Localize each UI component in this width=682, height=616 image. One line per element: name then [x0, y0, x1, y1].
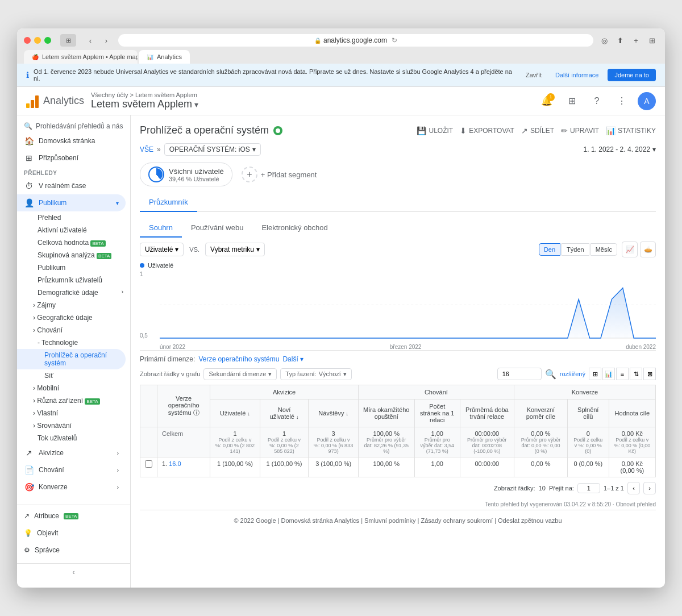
sidebar-sub-prehled[interactable]: Přehled	[17, 211, 130, 224]
sidebar-sub-publikum[interactable]: Publikum	[17, 261, 130, 274]
primary-dim-value[interactable]: Verze operačního systému	[198, 355, 279, 363]
secondary-dim-dropdown[interactable]: Sekundární dimenze ▾	[203, 368, 277, 380]
th-users[interactable]: Uživatelé ↓	[210, 399, 260, 427]
sidebar-item-realtime[interactable]: ⏱ V reálném čase	[17, 177, 126, 194]
sidebar-sub-aktivni[interactable]: Aktivní uživatelé	[17, 224, 130, 236]
row-checkbox-input[interactable]	[145, 460, 152, 468]
sidebar-sub-chovani[interactable]: › Chování	[17, 324, 130, 336]
th-new-users[interactable]: Noví uživatelé ↓	[260, 399, 309, 427]
chart-view-button[interactable]: 📊	[602, 368, 615, 380]
compare-metric-dropdown[interactable]: Vybrat metriku ▾	[205, 243, 265, 256]
subtab-souhrn[interactable]: Souhrn	[140, 219, 182, 238]
sidebar-item-akvizice[interactable]: ↗ Akvizice ›	[17, 444, 126, 461]
sort-view-button[interactable]: ⇅	[630, 368, 642, 380]
sidebar-sub-ruzna[interactable]: › Různá zařízení BETA	[17, 394, 130, 407]
forward-button[interactable]: ›	[99, 34, 114, 47]
list-view-button[interactable]: ≡	[616, 368, 629, 380]
period-tyden[interactable]: Týden	[562, 243, 589, 256]
segment-all-users[interactable]: Všichni uživatelé 39,46 % Uživatelé	[140, 163, 232, 186]
search-input[interactable]	[502, 371, 537, 377]
next-page-button[interactable]: ›	[643, 482, 656, 494]
table-search[interactable]	[497, 368, 542, 380]
subtab-obchod[interactable]: Elektronický obchod	[252, 219, 336, 238]
tab-pruzkumnik[interactable]: Průzkumník	[140, 193, 197, 212]
period-mesic[interactable]: Měsíc	[590, 243, 617, 256]
filter-all[interactable]: VŠE	[140, 145, 153, 153]
th-goals[interactable]: Splnění cílů	[567, 399, 609, 427]
sidebar-bottom-admin[interactable]: ⚙ Správce	[17, 542, 130, 559]
sidebar-item-chovani[interactable]: 📄 Chování ›	[17, 461, 126, 478]
sidebar-sub-geo[interactable]: › Geografické údaje	[17, 311, 130, 324]
pivot-view-button[interactable]: ⊠	[643, 368, 656, 380]
tab-apple[interactable]: 🍎 Letem světem Applem • Apple magazín	[24, 50, 138, 64]
sidebar-sub-mobilni[interactable]: › Mobilní	[17, 382, 130, 394]
stats-button[interactable]: 📊 STATISTIKY	[606, 126, 656, 135]
sidebar-sub-technologie[interactable]: - Technologie	[17, 336, 130, 349]
rozs-button[interactable]: rozšířený	[560, 371, 585, 377]
share-browser-icon[interactable]: ⬆	[614, 34, 626, 47]
grid-icon[interactable]: ⊞	[60, 34, 76, 47]
metric-dropdown[interactable]: Uživatelé ▾	[140, 243, 184, 256]
share-button[interactable]: ↗ SDÍLET	[521, 126, 554, 135]
help-button[interactable]: ?	[588, 92, 606, 110]
filter-os-chip[interactable]: OPERAČNÍ SYSTÉM: iOS ▾	[164, 143, 261, 156]
sidebar-item-customize[interactable]: ⊞ Přizpůsobení	[17, 149, 126, 167]
th-bounce[interactable]: Míra okamžitého opuštění	[358, 399, 414, 427]
row-checkbox[interactable]	[140, 457, 157, 477]
sidebar-sub-zajmy[interactable]: › Zájmy	[17, 299, 130, 311]
account-icon[interactable]: ◎	[598, 34, 610, 47]
property-selector[interactable]: Letem světem Applem ▾	[91, 98, 531, 110]
more-options-button[interactable]: ⋮	[613, 92, 631, 110]
th-goal-value[interactable]: Hodnota cíle	[609, 399, 655, 427]
sidebar-sub-vlastni[interactable]: › Vlastní	[17, 407, 130, 419]
plus-icon[interactable]: +	[630, 34, 642, 47]
sidebar-item-publikum[interactable]: 👤 Publikum ▾	[17, 194, 126, 211]
add-segment-button[interactable]: + + Přidat segment	[242, 167, 317, 182]
sidebar-bottom-objevit[interactable]: 💡 Objevit	[17, 525, 130, 542]
grid-view-icon[interactable]: ⊞	[646, 34, 658, 47]
tab-analytics[interactable]: 📊 Analytics	[139, 50, 190, 64]
pie-chart-button[interactable]: 🥧	[640, 242, 656, 257]
prev-page-button[interactable]: ‹	[627, 482, 640, 494]
sidebar-sub-srovnavani[interactable]: › Srovnávání	[17, 419, 130, 432]
type-dropdown[interactable]: Typ řazení: Výchozí ▾	[280, 368, 352, 380]
th-duration[interactable]: Průměrná doba trvání relace	[460, 399, 514, 427]
notifications-button[interactable]: 🔔 1	[538, 92, 556, 110]
table-view-button[interactable]: ⊞	[589, 368, 601, 380]
apps-button[interactable]: ⊞	[563, 92, 581, 110]
th-pages[interactable]: Počet stránek na 1 relaci	[414, 399, 460, 427]
sidebar-bottom-atribuce[interactable]: ↗ Atribuce BETA	[17, 507, 130, 525]
sidebar-sub-pruzkumnik[interactable]: Průzkumník uživatelů	[17, 274, 130, 286]
th-conv[interactable]: Konverzní poměr cíle	[514, 399, 567, 427]
minimize-button[interactable]	[34, 37, 41, 44]
save-button[interactable]: 💾 ULOŽIT	[417, 126, 453, 135]
date-range-picker[interactable]: 1. 1. 2022 - 2. 4. 2022 ▾	[584, 145, 656, 153]
address-bar[interactable]: 🔒 analytics.google.com ↻	[118, 34, 593, 47]
edit-button[interactable]: ✏ UPRAVIT	[561, 126, 599, 135]
sidebar-search[interactable]: 🔍 Prohledávání přehledů a nás	[17, 120, 130, 132]
sidebar-sub-celkova[interactable]: Celková hodnota BETA	[17, 236, 130, 249]
primary-dim-more[interactable]: Další ▾	[282, 355, 303, 363]
subtab-pouzivani[interactable]: Používání webu	[182, 219, 253, 238]
cta-button[interactable]: Jdeme na to	[608, 69, 656, 81]
period-den[interactable]: Den	[539, 243, 560, 256]
th-visits[interactable]: Návštěvy ↓	[309, 399, 358, 427]
sidebar-sub-prohlizec[interactable]: Prohlížeč a operační systém	[17, 349, 126, 369]
sidebar-sub-sit[interactable]: Síť	[17, 369, 130, 382]
maximize-button[interactable]	[44, 37, 51, 44]
sidebar-sub-demo[interactable]: Demografické údaje ›	[17, 286, 130, 299]
back-button[interactable]: ‹	[83, 34, 98, 47]
sidebar-sub-tok[interactable]: Tok uživatelů	[17, 432, 130, 444]
export-button[interactable]: ⬇ EXPORTOVAT	[460, 126, 514, 135]
sidebar-collapse-button[interactable]: ‹	[17, 563, 130, 581]
sidebar-item-home[interactable]: 🏠 Domovská stránka	[17, 132, 126, 149]
sidebar-item-konverze[interactable]: 🎯 Konverze ›	[17, 478, 126, 496]
page-input[interactable]	[577, 483, 600, 493]
line-chart-button[interactable]: 📈	[622, 242, 638, 257]
user-avatar[interactable]: A	[638, 92, 656, 110]
th-dim[interactable]: Verze operačního systému ⓘ	[157, 385, 210, 427]
more-info-button[interactable]: Další informace	[551, 69, 603, 81]
sidebar-sub-skupinova[interactable]: Skupinová analýza BETA	[17, 249, 130, 261]
close-button[interactable]	[24, 37, 31, 44]
row-dim-link[interactable]: 16.0	[169, 460, 181, 467]
